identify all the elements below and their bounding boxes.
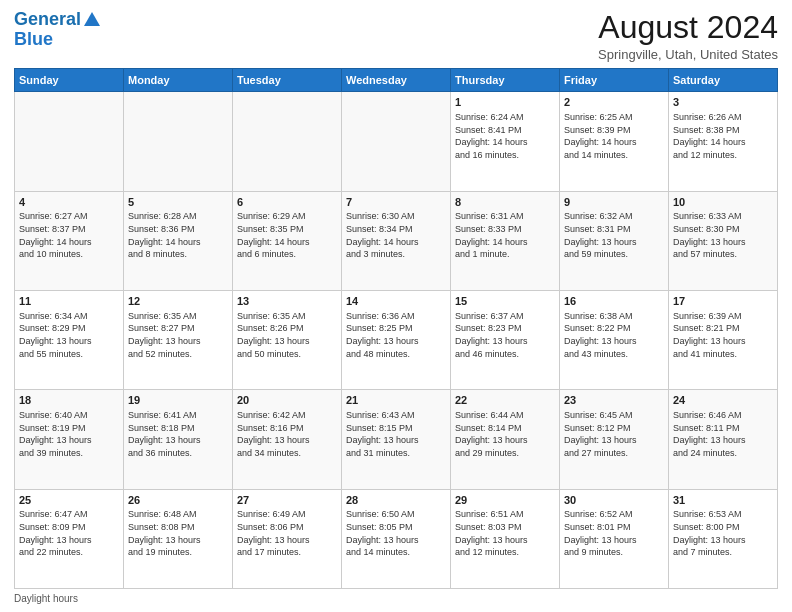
day-info: Sunrise: 6:50 AMSunset: 8:05 PMDaylight:… [346, 508, 446, 558]
day-info: Sunrise: 6:46 AMSunset: 8:11 PMDaylight:… [673, 409, 773, 459]
day-number: 31 [673, 493, 773, 508]
month-title: August 2024 [598, 10, 778, 45]
header: General Blue August 2024 Springville, Ut… [14, 10, 778, 62]
day-number: 3 [673, 95, 773, 110]
col-thursday: Thursday [451, 69, 560, 92]
day-number: 15 [455, 294, 555, 309]
day-info: Sunrise: 6:36 AMSunset: 8:25 PMDaylight:… [346, 310, 446, 360]
day-info: Sunrise: 6:48 AMSunset: 8:08 PMDaylight:… [128, 508, 228, 558]
day-info: Sunrise: 6:53 AMSunset: 8:00 PMDaylight:… [673, 508, 773, 558]
calendar-cell: 9Sunrise: 6:32 AMSunset: 8:31 PMDaylight… [560, 191, 669, 290]
calendar-cell: 1Sunrise: 6:24 AMSunset: 8:41 PMDaylight… [451, 92, 560, 191]
day-number: 13 [237, 294, 337, 309]
calendar-week-1: 1Sunrise: 6:24 AMSunset: 8:41 PMDaylight… [15, 92, 778, 191]
title-section: August 2024 Springville, Utah, United St… [598, 10, 778, 62]
day-number: 14 [346, 294, 446, 309]
calendar-cell: 5Sunrise: 6:28 AMSunset: 8:36 PMDaylight… [124, 191, 233, 290]
day-info: Sunrise: 6:30 AMSunset: 8:34 PMDaylight:… [346, 210, 446, 260]
day-number: 1 [455, 95, 555, 110]
calendar-week-4: 18Sunrise: 6:40 AMSunset: 8:19 PMDayligh… [15, 390, 778, 489]
day-number: 28 [346, 493, 446, 508]
calendar-cell [233, 92, 342, 191]
day-info: Sunrise: 6:39 AMSunset: 8:21 PMDaylight:… [673, 310, 773, 360]
calendar-cell: 7Sunrise: 6:30 AMSunset: 8:34 PMDaylight… [342, 191, 451, 290]
calendar-cell: 20Sunrise: 6:42 AMSunset: 8:16 PMDayligh… [233, 390, 342, 489]
day-number: 4 [19, 195, 119, 210]
footer-text: Daylight hours [14, 593, 78, 604]
calendar-week-3: 11Sunrise: 6:34 AMSunset: 8:29 PMDayligh… [15, 290, 778, 389]
calendar-cell [15, 92, 124, 191]
calendar-cell: 21Sunrise: 6:43 AMSunset: 8:15 PMDayligh… [342, 390, 451, 489]
page: General Blue August 2024 Springville, Ut… [0, 0, 792, 612]
col-friday: Friday [560, 69, 669, 92]
calendar-cell: 13Sunrise: 6:35 AMSunset: 8:26 PMDayligh… [233, 290, 342, 389]
day-info: Sunrise: 6:32 AMSunset: 8:31 PMDaylight:… [564, 210, 664, 260]
day-info: Sunrise: 6:33 AMSunset: 8:30 PMDaylight:… [673, 210, 773, 260]
day-info: Sunrise: 6:43 AMSunset: 8:15 PMDaylight:… [346, 409, 446, 459]
calendar-cell: 8Sunrise: 6:31 AMSunset: 8:33 PMDaylight… [451, 191, 560, 290]
calendar-cell: 29Sunrise: 6:51 AMSunset: 8:03 PMDayligh… [451, 489, 560, 588]
day-number: 10 [673, 195, 773, 210]
day-number: 16 [564, 294, 664, 309]
logo-triangle-icon [84, 12, 100, 26]
day-number: 6 [237, 195, 337, 210]
day-number: 23 [564, 393, 664, 408]
day-info: Sunrise: 6:28 AMSunset: 8:36 PMDaylight:… [128, 210, 228, 260]
col-sunday: Sunday [15, 69, 124, 92]
day-info: Sunrise: 6:44 AMSunset: 8:14 PMDaylight:… [455, 409, 555, 459]
calendar-cell: 17Sunrise: 6:39 AMSunset: 8:21 PMDayligh… [669, 290, 778, 389]
day-info: Sunrise: 6:47 AMSunset: 8:09 PMDaylight:… [19, 508, 119, 558]
calendar-table: Sunday Monday Tuesday Wednesday Thursday… [14, 68, 778, 589]
calendar: Sunday Monday Tuesday Wednesday Thursday… [14, 68, 778, 589]
day-info: Sunrise: 6:26 AMSunset: 8:38 PMDaylight:… [673, 111, 773, 161]
day-info: Sunrise: 6:31 AMSunset: 8:33 PMDaylight:… [455, 210, 555, 260]
calendar-cell: 23Sunrise: 6:45 AMSunset: 8:12 PMDayligh… [560, 390, 669, 489]
logo-text-general: General [14, 10, 81, 30]
day-number: 30 [564, 493, 664, 508]
calendar-cell: 26Sunrise: 6:48 AMSunset: 8:08 PMDayligh… [124, 489, 233, 588]
calendar-cell: 15Sunrise: 6:37 AMSunset: 8:23 PMDayligh… [451, 290, 560, 389]
day-info: Sunrise: 6:40 AMSunset: 8:19 PMDaylight:… [19, 409, 119, 459]
calendar-cell: 12Sunrise: 6:35 AMSunset: 8:27 PMDayligh… [124, 290, 233, 389]
calendar-cell: 27Sunrise: 6:49 AMSunset: 8:06 PMDayligh… [233, 489, 342, 588]
day-number: 26 [128, 493, 228, 508]
calendar-cell: 10Sunrise: 6:33 AMSunset: 8:30 PMDayligh… [669, 191, 778, 290]
day-info: Sunrise: 6:37 AMSunset: 8:23 PMDaylight:… [455, 310, 555, 360]
day-number: 2 [564, 95, 664, 110]
calendar-cell [342, 92, 451, 191]
calendar-cell: 11Sunrise: 6:34 AMSunset: 8:29 PMDayligh… [15, 290, 124, 389]
day-number: 11 [19, 294, 119, 309]
col-wednesday: Wednesday [342, 69, 451, 92]
day-info: Sunrise: 6:29 AMSunset: 8:35 PMDaylight:… [237, 210, 337, 260]
day-info: Sunrise: 6:45 AMSunset: 8:12 PMDaylight:… [564, 409, 664, 459]
calendar-cell: 6Sunrise: 6:29 AMSunset: 8:35 PMDaylight… [233, 191, 342, 290]
day-number: 19 [128, 393, 228, 408]
day-number: 9 [564, 195, 664, 210]
day-number: 17 [673, 294, 773, 309]
calendar-cell: 24Sunrise: 6:46 AMSunset: 8:11 PMDayligh… [669, 390, 778, 489]
day-info: Sunrise: 6:38 AMSunset: 8:22 PMDaylight:… [564, 310, 664, 360]
calendar-cell: 18Sunrise: 6:40 AMSunset: 8:19 PMDayligh… [15, 390, 124, 489]
col-saturday: Saturday [669, 69, 778, 92]
calendar-week-5: 25Sunrise: 6:47 AMSunset: 8:09 PMDayligh… [15, 489, 778, 588]
day-number: 22 [455, 393, 555, 408]
day-info: Sunrise: 6:52 AMSunset: 8:01 PMDaylight:… [564, 508, 664, 558]
calendar-cell [124, 92, 233, 191]
calendar-cell: 2Sunrise: 6:25 AMSunset: 8:39 PMDaylight… [560, 92, 669, 191]
calendar-cell: 30Sunrise: 6:52 AMSunset: 8:01 PMDayligh… [560, 489, 669, 588]
logo-text-blue: Blue [14, 30, 53, 50]
day-info: Sunrise: 6:25 AMSunset: 8:39 PMDaylight:… [564, 111, 664, 161]
day-info: Sunrise: 6:27 AMSunset: 8:37 PMDaylight:… [19, 210, 119, 260]
calendar-header-row: Sunday Monday Tuesday Wednesday Thursday… [15, 69, 778, 92]
day-number: 5 [128, 195, 228, 210]
calendar-cell: 16Sunrise: 6:38 AMSunset: 8:22 PMDayligh… [560, 290, 669, 389]
day-info: Sunrise: 6:34 AMSunset: 8:29 PMDaylight:… [19, 310, 119, 360]
calendar-cell: 25Sunrise: 6:47 AMSunset: 8:09 PMDayligh… [15, 489, 124, 588]
day-number: 27 [237, 493, 337, 508]
calendar-cell: 3Sunrise: 6:26 AMSunset: 8:38 PMDaylight… [669, 92, 778, 191]
calendar-cell: 19Sunrise: 6:41 AMSunset: 8:18 PMDayligh… [124, 390, 233, 489]
day-info: Sunrise: 6:41 AMSunset: 8:18 PMDaylight:… [128, 409, 228, 459]
calendar-cell: 14Sunrise: 6:36 AMSunset: 8:25 PMDayligh… [342, 290, 451, 389]
day-number: 25 [19, 493, 119, 508]
calendar-cell: 31Sunrise: 6:53 AMSunset: 8:00 PMDayligh… [669, 489, 778, 588]
